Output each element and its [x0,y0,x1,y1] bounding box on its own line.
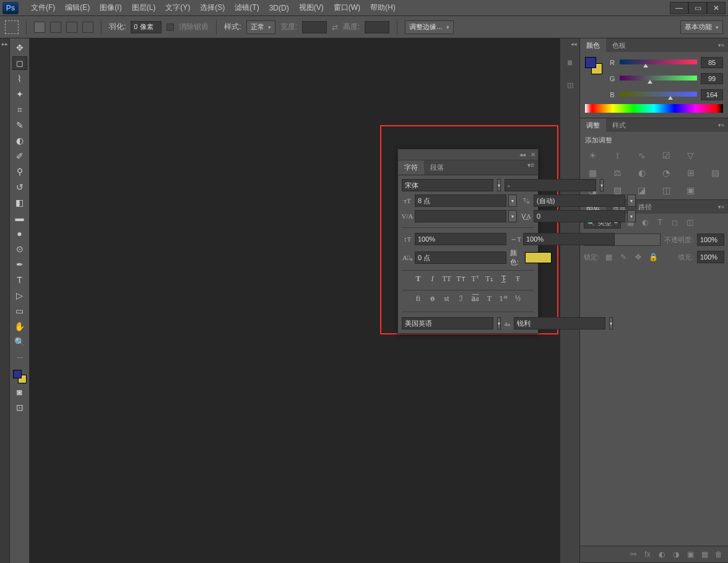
font-size-dd[interactable]: ▾ [508,194,517,207]
filter-adjust-icon[interactable]: ◐ [639,217,651,228]
tab-color[interactable]: 颜色 [580,38,606,52]
adj-hue-icon[interactable]: ▦ [583,166,604,180]
adj-photo-icon[interactable]: ◔ [656,166,677,180]
menu-layer[interactable]: 图层(L) [127,0,161,16]
font-weight-dd[interactable]: ▾ [600,179,604,191]
r-slider[interactable] [620,59,697,66]
link-layers-icon[interactable]: ⚯ [628,549,639,560]
faux-bold[interactable]: T [412,273,425,284]
filter-shape-icon[interactable]: ◻ [669,217,680,228]
aa-dd[interactable]: ▾ [609,317,613,330]
adj-exposure-icon[interactable]: ☑ [656,149,677,162]
adj-brightness-icon[interactable]: ☀ [583,149,604,162]
panel-menu-icon[interactable]: ▾≡ [524,160,538,175]
window-maximize[interactable]: ▭ [688,2,707,14]
gradient-tool[interactable]: ▬ [12,211,27,225]
edit-toolbar[interactable]: ⋯ [12,351,27,364]
antialias-select[interactable] [514,317,605,330]
language-select[interactable] [402,317,493,330]
menu-help[interactable]: 帮助(H) [365,0,401,16]
healing-tool[interactable]: ◐ [12,134,27,147]
underline[interactable]: T̵ [498,273,510,284]
dock-expand-icon[interactable]: ◂◂ [571,41,577,47]
dodge-tool[interactable]: ⊙ [12,242,27,256]
brush-tool[interactable]: ✐ [12,149,27,163]
g-slider[interactable] [620,76,697,82]
menu-file[interactable]: 文件(F) [26,0,60,16]
eyedropper-tool[interactable]: ✎ [12,118,27,132]
menu-type[interactable]: 文字(Y) [160,0,195,16]
new-fill-icon[interactable]: ◑ [670,549,682,560]
layers-list[interactable] [580,266,728,546]
tab-paths[interactable]: 路径 [632,200,658,214]
active-tool-icon[interactable] [5,20,19,34]
path-select-tool[interactable]: ▷ [12,289,27,302]
magic-wand-tool[interactable]: ✦ [12,87,27,101]
stamp-tool[interactable]: ⚲ [12,165,27,178]
antialias-checkbox[interactable] [167,24,174,31]
ot-discretionary[interactable]: st [441,293,453,304]
shape-tool[interactable]: ▭ [12,304,27,318]
all-caps[interactable]: TT [441,273,453,284]
fg-color-swatch[interactable] [13,370,22,378]
panel-close-icon[interactable]: ✕ [531,151,535,158]
ot-contextual[interactable]: ɵ [427,293,439,304]
ot-ordinals[interactable]: 1ˢᵗ [498,293,510,304]
type-tool[interactable]: T [12,273,27,287]
canvas[interactable]: ◂◂ ✕ 字符 段落 ▾≡ ▾ ▾ [30,38,560,563]
window-close[interactable]: ✕ [707,2,726,14]
baseline-input[interactable] [415,251,506,264]
adj-gradient-icon[interactable]: ◫ [656,183,677,197]
font-size-input[interactable] [415,194,506,207]
selection-add-icon[interactable] [50,22,61,33]
adj-bw-icon[interactable]: ◐ [631,166,652,180]
zoom-tool[interactable]: 🔍 [12,335,27,349]
tab-character[interactable]: 字符 [398,160,424,175]
adj-placeholder1[interactable] [705,149,726,162]
kerning-dd[interactable]: ▾ [508,210,517,222]
menu-filter[interactable]: 滤镜(T) [230,0,264,16]
small-caps[interactable]: Tᴛ [455,273,467,284]
pen-tool[interactable]: ✒ [12,258,27,271]
menu-window[interactable]: 窗口(W) [329,0,365,16]
ot-fractions[interactable]: ½ [512,293,524,304]
tab-paragraph[interactable]: 段落 [424,160,450,175]
lock-transparent-icon[interactable]: ▦ [603,251,614,263]
lasso-tool[interactable]: ⌇ [12,72,27,85]
style-select[interactable]: 正常 [246,20,275,34]
menu-3d[interactable]: 3D(D) [264,0,294,16]
font-weight-input[interactable] [505,179,596,191]
adj-selective-icon[interactable]: ▣ [680,183,701,197]
language-dd[interactable]: ▾ [497,317,501,330]
g-input[interactable] [701,73,723,84]
hand-tool[interactable]: ✋ [12,320,27,333]
lock-all-icon[interactable]: 🔒 [648,251,659,263]
tab-adjustments[interactable]: 调整 [580,118,606,132]
leading-dd[interactable]: ▾ [627,194,636,207]
ot-swash[interactable]: ℐ [455,293,467,304]
height-input[interactable] [365,21,389,33]
color-spectrum[interactable] [585,104,723,113]
width-input[interactable] [302,21,327,33]
fill-input[interactable] [697,251,724,263]
move-tool[interactable]: ✥ [12,41,27,55]
font-family-dd[interactable]: ▾ [497,179,501,191]
adj-levels-icon[interactable]: ⟟ [607,149,628,162]
crop-tool[interactable]: ⌗ [12,103,27,116]
subscript[interactable]: T₁ [483,273,496,284]
properties-panel-icon[interactable]: ◫ [563,78,577,92]
screen-mode-tool[interactable]: ⊡ [12,401,27,414]
new-group-icon[interactable]: ▣ [685,549,696,560]
adj-mixer-icon[interactable]: ⊞ [680,166,701,180]
b-input[interactable] [701,89,723,100]
ot-titling[interactable]: T [483,293,496,304]
filter-smart-icon[interactable]: ◫ [684,217,695,228]
panel-collapse-icon[interactable]: ◂◂ [519,151,526,158]
ot-stylistic[interactable]: a͞a [469,293,482,304]
hscale-input[interactable] [523,233,615,245]
font-family-input[interactable] [402,179,493,191]
refine-edge-button[interactable]: 调整边缘... [405,20,453,34]
tracking-input[interactable] [534,210,625,222]
tab-swatches[interactable]: 色板 [606,38,632,52]
ot-ligatures[interactable]: fi [412,293,425,304]
